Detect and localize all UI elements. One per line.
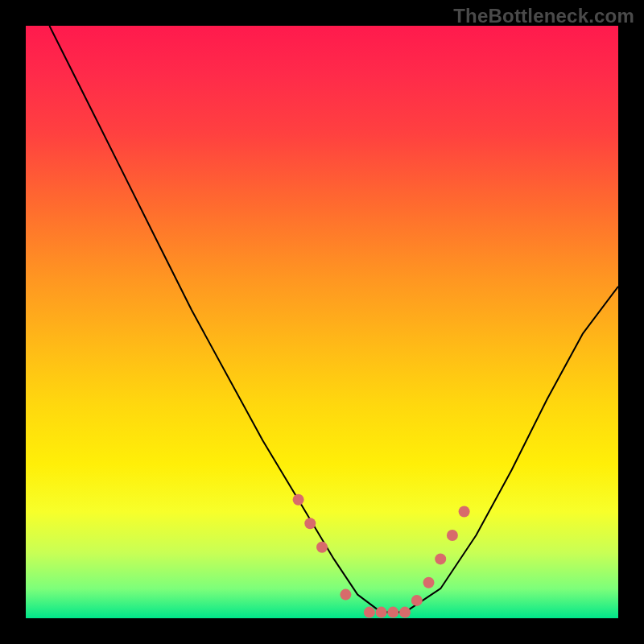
- svg-point-12: [459, 506, 470, 518]
- svg-point-11: [447, 530, 458, 541]
- svg-point-5: [376, 607, 387, 618]
- svg-point-7: [399, 607, 411, 618]
- svg-point-1: [304, 518, 316, 529]
- svg-point-3: [340, 589, 351, 601]
- svg-point-8: [411, 595, 423, 606]
- chart-plot-area: [26, 26, 618, 618]
- svg-point-9: [423, 577, 435, 588]
- svg-point-6: [387, 607, 398, 618]
- svg-point-0: [293, 494, 304, 506]
- highlight-dots: [293, 494, 470, 618]
- bottleneck-curve: [49, 26, 618, 613]
- chart-svg: [26, 26, 618, 618]
- svg-point-10: [435, 553, 446, 564]
- svg-point-2: [316, 542, 328, 553]
- chart-frame: TheBottleneck.com: [0, 0, 644, 644]
- watermark-text: TheBottleneck.com: [453, 5, 634, 27]
- svg-point-4: [364, 607, 375, 618]
